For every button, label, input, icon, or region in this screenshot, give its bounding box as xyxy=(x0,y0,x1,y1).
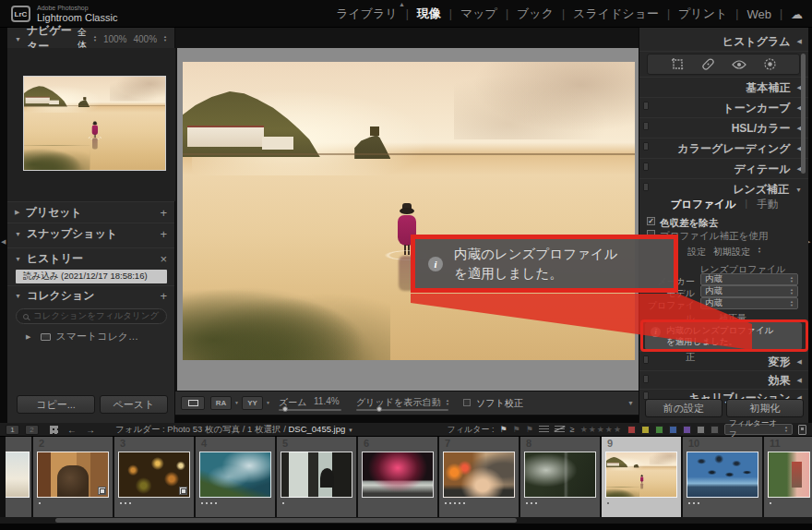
filmstrip-breadcrumb[interactable]: フォルダー : Photo 53 枚の写真 / 1 枚選択 / DSC_0455… xyxy=(115,424,359,436)
crop-badge-icon[interactable] xyxy=(98,487,106,495)
color-label-blue[interactable] xyxy=(669,426,677,434)
toolbar-options-icon[interactable]: ▼ xyxy=(627,400,634,406)
filmstrip-frame[interactable]: 8 xyxy=(520,437,600,517)
navigator-zoom-100[interactable]: 100% xyxy=(103,34,127,44)
previous-settings-button[interactable]: 前の設定 xyxy=(645,399,722,417)
filter-lock-icon[interactable] xyxy=(798,425,806,435)
flagged-filter-icon[interactable]: ⚑ xyxy=(499,425,507,434)
presets-header[interactable]: ▶ プリセット + xyxy=(7,204,174,221)
add-collection-icon[interactable]: + xyxy=(160,289,167,303)
navigator-zoom-400[interactable]: 400% xyxy=(133,34,157,44)
rejected-filter-icon[interactable]: ⚑ xyxy=(526,425,533,434)
module-web[interactable]: Web xyxy=(746,7,771,21)
masking-icon[interactable] xyxy=(763,57,777,71)
unflagged-filter-icon[interactable]: ⚑ xyxy=(513,425,520,434)
module-book[interactable]: ブック xyxy=(517,6,554,22)
filmstrip-frame[interactable]: 7 xyxy=(439,437,519,517)
grid-slider[interactable] xyxy=(356,409,448,411)
photo-thumbnail[interactable] xyxy=(524,452,596,498)
compare-view-button[interactable]: RA xyxy=(210,396,232,410)
unedited-filter-icon[interactable] xyxy=(555,426,565,433)
star-rating-filter[interactable]: ★★★★★ xyxy=(580,425,622,434)
go-forward-icon[interactable]: → xyxy=(86,425,95,435)
survey-dropdown-icon[interactable]: ▼ xyxy=(266,400,270,405)
collection-filter-input[interactable]: コレクションをフィルタリング xyxy=(16,308,167,324)
filmstrip-frame[interactable]: 4 xyxy=(196,437,275,517)
crop-badge-icon[interactable] xyxy=(179,487,187,495)
navigator-thumbnail[interactable] xyxy=(23,76,166,171)
photo-thumbnail[interactable] xyxy=(443,452,515,498)
filmstrip-frame[interactable]: 2 xyxy=(33,437,113,517)
survey-view-button[interactable]: YY xyxy=(242,396,263,410)
transform-panel-header[interactable]: 変形 ◀ xyxy=(639,354,809,370)
filmstrip-frame[interactable]: 10 xyxy=(683,437,762,517)
go-back-icon[interactable]: ← xyxy=(67,425,77,435)
color-label-gray[interactable] xyxy=(697,426,705,434)
spinner-icon[interactable]: ▲▼ xyxy=(446,399,449,406)
add-snapshot-icon[interactable]: + xyxy=(160,227,167,241)
softproof-checkbox[interactable] xyxy=(463,399,471,406)
paste-button[interactable]: ペースト xyxy=(100,395,168,414)
history-item-import[interactable]: 読み込み (2021/12/17 18:58:16) xyxy=(16,270,167,283)
zoom-slider[interactable] xyxy=(279,409,341,411)
effects-panel-header[interactable]: 効果 ◀ xyxy=(639,372,809,389)
color-label-red[interactable] xyxy=(627,426,636,434)
navigator-header[interactable]: ▼ ナビゲーター 全体 ▲▼ 100% 400% ▲▼ xyxy=(7,30,174,47)
crop-overlay-icon[interactable] xyxy=(671,57,685,71)
history-header[interactable]: ▼ ヒストリー × xyxy=(7,250,174,267)
loupe-view-button[interactable] xyxy=(181,396,205,410)
filmstrip-frame[interactable] xyxy=(6,437,31,517)
photo-thumbnail[interactable] xyxy=(687,452,758,498)
compare-dropdown-icon[interactable]: ▼ xyxy=(234,400,239,405)
maker-dropdown[interactable]: 内蔵 ▲▼ xyxy=(700,273,798,285)
photo-thumbnail[interactable] xyxy=(605,452,677,498)
copy-button[interactable]: コピー... xyxy=(17,395,95,414)
colorgrading-panel-header[interactable]: カラーグレーディング ◀ xyxy=(639,140,809,157)
smart-collections-item[interactable]: ▶ スマートコレク… xyxy=(26,330,138,343)
grid-slider-knob[interactable] xyxy=(376,406,382,412)
snapshots-header[interactable]: ▼ スナップショット + xyxy=(7,225,174,242)
main-window-button[interactable]: 1 xyxy=(6,425,19,435)
photo-thumbnail[interactable] xyxy=(768,452,810,498)
spinner-icon[interactable]: ▲▼ xyxy=(758,247,761,254)
color-label-purple[interactable] xyxy=(683,426,691,434)
photo-thumbnail[interactable] xyxy=(118,452,190,498)
basic-panel-header[interactable]: 基本補正 ◀ xyxy=(639,79,809,96)
photo-thumbnail[interactable] xyxy=(362,452,434,498)
module-library[interactable]: ライブラリ xyxy=(336,6,398,22)
filmstrip-frame[interactable]: 5 xyxy=(277,437,356,517)
reset-button[interactable]: 初期化 xyxy=(726,399,804,417)
tab-manual[interactable]: 手動 xyxy=(757,198,778,211)
panel-scrollbar[interactable] xyxy=(801,54,806,174)
healing-brush-icon[interactable] xyxy=(701,57,715,71)
profile-dropdown[interactable]: 内蔵 ▲▼ xyxy=(700,297,798,309)
color-label-green[interactable] xyxy=(655,426,663,434)
hsl-panel-header[interactable]: HSL/カラー ◀ xyxy=(639,120,809,137)
filmstrip-frame[interactable]: 3 xyxy=(114,437,194,517)
grid-view-icon[interactable] xyxy=(50,426,58,434)
module-slideshow[interactable]: スライドショー xyxy=(573,6,659,22)
model-dropdown[interactable]: 内蔵 ▲▼ xyxy=(700,285,798,297)
module-develop[interactable]: 現像 xyxy=(417,6,441,22)
filmstrip-frame[interactable]: 6 xyxy=(358,437,437,517)
filmstrip-frame-selected[interactable]: 9 xyxy=(602,437,681,517)
histogram-header[interactable]: ヒストグラム ◀ xyxy=(639,33,809,50)
filmstrip-frame[interactable]: 11 xyxy=(764,437,812,517)
detail-panel-header[interactable]: ディテール ◀ xyxy=(639,161,809,177)
tonecurve-panel-header[interactable]: トーンカーブ ◀ xyxy=(639,100,809,116)
remove-ca-checkbox[interactable]: ✓ xyxy=(647,217,655,225)
filmstrip-scrollbar-thumb[interactable] xyxy=(55,518,517,523)
photo-thumbnail[interactable] xyxy=(281,452,352,498)
color-label-none[interactable] xyxy=(710,426,719,434)
red-eye-icon[interactable] xyxy=(732,59,746,70)
color-label-yellow[interactable] xyxy=(641,426,650,434)
rating-operator[interactable]: ≥ xyxy=(570,425,575,434)
clear-history-icon[interactable]: × xyxy=(160,252,167,266)
module-print[interactable]: プリント xyxy=(678,6,727,22)
photo-thumbnail[interactable] xyxy=(199,452,271,498)
lens-panel-header[interactable]: レンズ補正 ▼ xyxy=(639,181,809,198)
grid-mode-value[interactable]: 自動 xyxy=(423,396,441,409)
filter-preset-dropdown[interactable]: フィルターオフ ▲▼ xyxy=(724,424,793,435)
edited-filter-icon[interactable] xyxy=(539,426,549,433)
second-window-button[interactable]: 2 xyxy=(25,425,39,435)
